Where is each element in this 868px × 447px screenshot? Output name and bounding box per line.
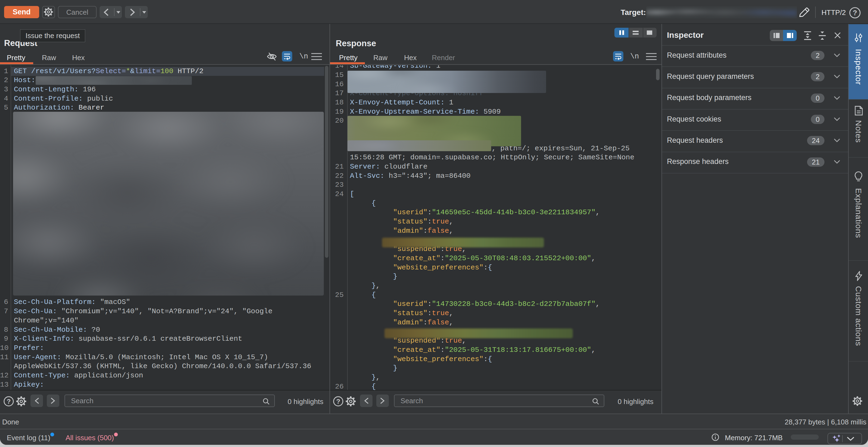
svg-text:?: ? [336, 398, 340, 405]
svg-text:?: ? [7, 398, 11, 405]
svg-text:?: ? [853, 9, 857, 17]
